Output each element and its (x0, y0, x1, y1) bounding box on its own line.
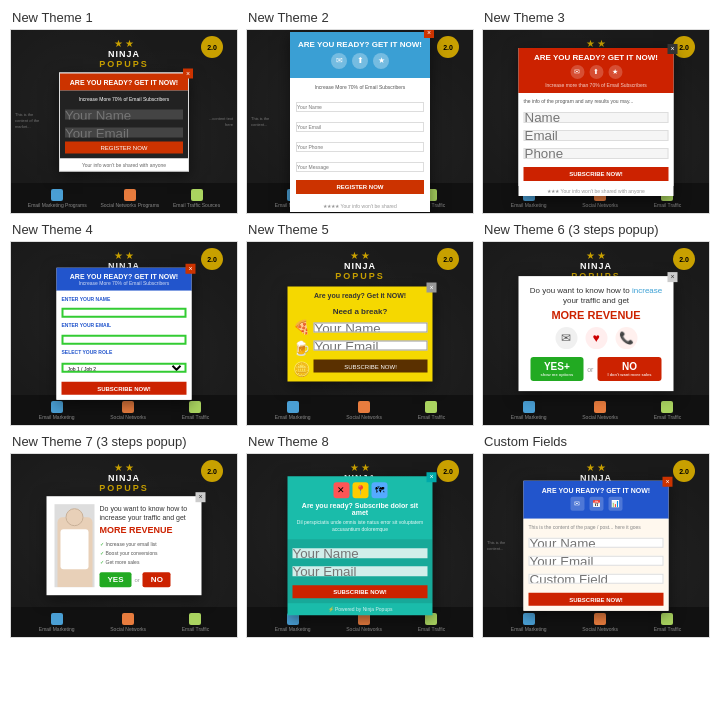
popup-theme5-btn[interactable]: SUBSCRIBE NOW! (314, 360, 428, 373)
popup-theme6-no-btn[interactable]: NO I don't want more sales (597, 357, 661, 381)
popup-theme3-container[interactable]: × ARE YOU READY? GET IT NOW! ✉ ⬆ ★ Incre… (519, 48, 674, 196)
popup-6[interactable]: × Do you want to know how to increase yo… (519, 276, 674, 392)
popup-theme2-body: Increase More 70% of Email Subscribers R… (290, 78, 430, 200)
popup-theme8-btn[interactable]: SUBSCRIBE NOW! (293, 585, 428, 598)
np-logo-5: ★ ★ NINJA POPUPS (335, 250, 385, 281)
popup-theme4-btn[interactable]: SUBSCRIBE NOW! (62, 382, 187, 395)
popup-close-2[interactable]: × (424, 30, 434, 38)
popup-theme7-person (55, 504, 95, 588)
popup-3[interactable]: × ARE YOU READY? GET IT NOW! ✉ ⬆ ★ Incre… (519, 48, 674, 196)
popup-close-8[interactable]: × (427, 472, 437, 482)
popup-theme5-container[interactable]: × Are you ready? Get it NOW! Need a brea… (288, 286, 433, 381)
popup-theme6-container[interactable]: × Do you want to know how to increase yo… (519, 276, 674, 392)
popup-close-6[interactable]: × (668, 272, 678, 282)
popup-theme3-input-phone[interactable] (524, 148, 669, 159)
popup-theme6-yes-btn[interactable]: YES+ show me options (531, 357, 584, 381)
popup-theme1-footer: Your info won't be shared with anyone (60, 158, 188, 170)
theme-cell-4[interactable]: New Theme 4 ★ ★ NINJA POPUPS 2.0 × ARE Y… (10, 222, 238, 426)
popup-custom-btn[interactable]: SUBSCRIBE NOW! (529, 593, 664, 606)
popup-theme5-input-name[interactable] (314, 323, 428, 333)
popup-close-1[interactable]: × (183, 68, 193, 78)
popup-theme4-body: ENTER YOUR NAME ENTER YOUR EMAIL SELECT … (57, 290, 192, 400)
popup-theme8-container[interactable]: × ✕ 📍 🗺 Are you ready? Subscribe dolor s… (288, 476, 433, 616)
theme-cell-3[interactable]: New Theme 3 ★ ★ NINJA POPUPS 2.0 × ARE Y… (482, 10, 710, 214)
theme-preview-6[interactable]: ★ ★ NINJA POPUPS 2.0 × Do you want to kn… (482, 241, 710, 426)
theme-preview-3[interactable]: ★ ★ NINJA POPUPS 2.0 × ARE YOU READY? GE… (482, 29, 710, 214)
popup-close-4[interactable]: × (186, 263, 196, 273)
popup-5[interactable]: × Are you ready? Get it NOW! Need a brea… (288, 286, 433, 381)
popup-theme1-btn[interactable]: REGISTER NOW (65, 141, 183, 153)
theme-preview-5[interactable]: ★ ★ NINJA POPUPS 2.0 × Are you ready? Ge… (246, 241, 474, 426)
popup-theme3-input-name[interactable] (524, 112, 669, 123)
popup-close-7[interactable]: × (196, 492, 206, 502)
popup-theme4-select-role[interactable]: Job 1 / Job 2 (62, 362, 187, 372)
popup-7[interactable]: × Do you want to know how to increase yo… (47, 496, 202, 596)
popup-theme2-container[interactable]: × ARE YOU READY? GET IT NOW! ✉ ⬆ ★ Incre… (290, 32, 430, 212)
popup-theme4-input-email[interactable] (62, 334, 187, 344)
popup-close-3[interactable]: × (668, 44, 678, 54)
popup-theme7-no-btn[interactable]: NO (143, 572, 171, 587)
popup-theme6-increase: increase (632, 286, 662, 295)
popup-4[interactable]: × ARE YOU READY? GET IT NOW! Increase Mo… (57, 267, 192, 400)
popup-8[interactable]: × ✕ 📍 🗺 Are you ready? Subscribe dolor s… (288, 476, 433, 616)
popup-theme1-container[interactable]: × ARE YOU READY? GET IT NOW! Increase Mo… (59, 72, 189, 171)
popup-theme3-icon-up: ⬆ (589, 65, 603, 79)
theme-cell-1[interactable]: New Theme 1 ★ ★ NINJA POPUPS 2.0 This is… (10, 10, 238, 214)
theme-preview-1[interactable]: ★ ★ NINJA POPUPS 2.0 This is the content… (10, 29, 238, 214)
popup-theme1-body: Increase More 70% of Email Subscribers R… (60, 90, 188, 158)
popup-theme5-icons: 🍕 🍺 🪙 (293, 318, 310, 376)
theme-preview-2[interactable]: ★ ★ NINJA POPUPS 2.0 This is the content… (246, 29, 474, 214)
popup-theme3-btn[interactable]: SUBSCRIBE NOW! (524, 167, 669, 181)
popup-custom-input-email[interactable] (529, 556, 664, 566)
popup-theme7-or: or (135, 577, 140, 583)
popup-theme7-list: Increase your email list Boost your conv… (100, 540, 194, 567)
popup-theme7-yes-btn[interactable]: YES (100, 572, 132, 587)
popup-theme4-input-name[interactable] (62, 308, 187, 318)
popup-custom-input-name[interactable] (529, 538, 664, 548)
popup-theme2-icon-mail: ✉ (331, 53, 347, 69)
popup-theme8-body: SUBSCRIBE NOW! (288, 539, 433, 604)
popup-theme2-input-name[interactable] (296, 102, 424, 112)
popup-close-5[interactable]: × (427, 282, 437, 292)
theme-preview-9[interactable]: ★ ★ NINJA POPUPS 2.0 This is the content… (482, 453, 710, 638)
popup-theme3-input-email[interactable] (524, 130, 669, 141)
theme-cell-2[interactable]: New Theme 2 ★ ★ NINJA POPUPS 2.0 This is… (246, 10, 474, 214)
popup-custom-input-field3[interactable] (529, 574, 664, 584)
popup-theme5-icon-coin: 🪙 (293, 360, 310, 376)
popup-theme8-input-email[interactable] (293, 566, 428, 576)
popup-close-9[interactable]: × (663, 476, 673, 486)
popup-theme2-footer: ★★★★ Your info won't be shared (290, 200, 430, 212)
popup-theme5-input-email[interactable] (314, 341, 428, 351)
popup-1[interactable]: × ARE YOU READY? GET IT NOW! Increase Mo… (59, 72, 189, 171)
popup-theme2-desc: Increase More 70% of Email Subscribers (296, 84, 424, 90)
popup-theme2-input-phone[interactable] (296, 142, 424, 152)
popup-9[interactable]: × ARE YOU READY? GET IT NOW! ✉ 📅 📊 This … (524, 480, 669, 611)
popup-theme8-input-name[interactable] (293, 548, 428, 558)
popup-theme4-container[interactable]: × ARE YOU READY? GET IT NOW! Increase Mo… (57, 267, 192, 400)
popup-2[interactable]: × ARE YOU READY? GET IT NOW! ✉ ⬆ ★ Incre… (290, 32, 430, 212)
popup-theme1-input-name[interactable] (65, 110, 183, 120)
popup-theme2-input-msg[interactable] (296, 162, 424, 172)
theme-preview-4[interactable]: ★ ★ NINJA POPUPS 2.0 × ARE YOU READY? GE… (10, 241, 238, 426)
theme-cell-7[interactable]: New Theme 7 (3 steps popup) ★ ★ NINJA PO… (10, 434, 238, 638)
popup-theme7-list-item-2: Boost your conversions (100, 549, 194, 558)
theme-cell-9[interactable]: Custom Fields ★ ★ NINJA POPUPS 2.0 This … (482, 434, 710, 638)
theme-cell-6[interactable]: New Theme 6 (3 steps popup) ★ ★ NINJA PO… (482, 222, 710, 426)
popup-theme1-input-email[interactable] (65, 128, 183, 138)
popup-theme2-input-email[interactable] (296, 122, 424, 132)
popup-theme2-btn[interactable]: REGISTER NOW (296, 180, 424, 194)
theme-preview-7[interactable]: ★ ★ NINJA POPUPS 2.0 × (10, 453, 238, 638)
theme-cell-8[interactable]: New Theme 8 ★ ★ NINJA POPUPS 2.0 × ✕ (246, 434, 474, 638)
theme-label-7: New Theme 7 (3 steps popup) (10, 434, 238, 449)
popup-theme4-label-name: ENTER YOUR NAME (62, 295, 187, 301)
theme-cell-5[interactable]: New Theme 5 ★ ★ NINJA POPUPS 2.0 × Are y… (246, 222, 474, 426)
popup-theme4-subtitle: Increase More 70% of Email Subscribers (62, 279, 187, 285)
popup-custom-icons: ✉ 📅 📊 (530, 496, 663, 510)
theme-preview-8[interactable]: ★ ★ NINJA POPUPS 2.0 × ✕ 📍 🗺 (246, 453, 474, 638)
np-badge-7: 2.0 (201, 460, 223, 482)
theme-label-1: New Theme 1 (10, 10, 238, 25)
np-badge-8: 2.0 (437, 460, 459, 482)
np-logo-1: ★ ★ NINJA POPUPS (99, 38, 149, 69)
popup-custom-container[interactable]: × ARE YOU READY? GET IT NOW! ✉ 📅 📊 This … (524, 480, 669, 611)
popup-theme7-container[interactable]: × Do you want to know how to increase yo… (47, 496, 202, 596)
